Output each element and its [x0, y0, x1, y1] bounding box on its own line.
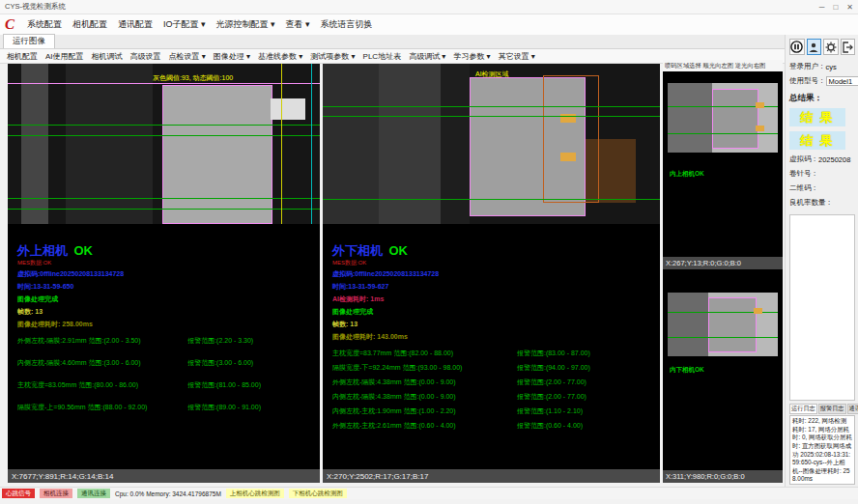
menu-language-switch[interactable]: 系统语言切换: [321, 18, 373, 31]
qr-code-label: 二维码：: [789, 183, 818, 193]
measurement-value: 主枕宽度=83.05mm 范围:(80.00 - 86.00): [17, 380, 187, 390]
minimize-button[interactable]: ─: [819, 3, 825, 12]
log-tabs: 运行日志 报警日志 通讯日志: [789, 404, 855, 414]
battery-cell-region: [162, 85, 272, 224]
alarm-range: 报警范围:(2.00 - 77.00): [517, 392, 586, 402]
close-button[interactable]: ✕: [846, 3, 853, 12]
tab-run-image[interactable]: 运行图像: [3, 34, 55, 48]
measurement-row: 内侧左枕-隔膜:4.60mm 范围:(3.00 - 6.00) 报警范围:(3.…: [17, 358, 316, 368]
frame-count-line: 帧数: 13: [332, 320, 656, 329]
tool-camera-debug[interactable]: 相机调试: [92, 51, 123, 62]
model-row: 使用型号： Model1: [789, 76, 855, 86]
thumbnail-inner-upper[interactable]: 内上相机OK: [663, 71, 783, 257]
tool-advanced-debug[interactable]: 高级调试 ▾: [409, 51, 445, 62]
alarm-range: 报警范围:(81.00 - 85.00): [187, 380, 261, 390]
camera-panel-outer-lower: AI检测区域 外下相机 OK MES数据:OK 虚拟码:0ffline20250…: [323, 64, 660, 483]
overlay-baseline: [8, 83, 320, 84]
battery-cell-region: [712, 89, 758, 149]
menu-system-config[interactable]: 系统配置: [27, 18, 62, 31]
menu-view[interactable]: 查看 ▾: [286, 18, 310, 31]
virtual-code-label: 虚拟码：: [789, 154, 818, 164]
model-select[interactable]: Model1: [826, 76, 858, 86]
gear-icon: [825, 42, 837, 53]
tab-comm-log[interactable]: 通讯日志: [847, 404, 858, 414]
tool-ai-usage-config[interactable]: AI使用配置: [45, 51, 84, 62]
thumbnail-column: 喷码区域选择 顺光向左图 逆光向右图 内上相机OK X:267;Y:13;R:0…: [663, 60, 783, 483]
thumbnail-image: [668, 293, 778, 356]
tool-image-processing[interactable]: 图像处理 ▾: [214, 51, 250, 62]
tool-camera-config[interactable]: 相机配置: [7, 51, 38, 62]
status-bar: 心跳信号 相机连接 通讯连接 Cpu: 0.0% Memory: 3424.41…: [0, 487, 858, 499]
elapsed-line: 图像处理耗时: 258.00ms: [17, 320, 316, 329]
exit-button[interactable]: [841, 39, 856, 55]
menubar: C 系统配置 相机配置 通讯配置 IO子配置 ▾ 光源控制配置 ▾ 查看 ▾ 系…: [0, 14, 858, 35]
measurement-list: 主枕宽度=83.77mm 范围:(82.00 - 88.00) 报警范围:(83…: [332, 349, 656, 431]
measurement-value: 内侧左枕-隔膜:4.38mm 范围:(0.00 - 9.00): [332, 392, 517, 402]
camera-canvas-outer-upper[interactable]: 灰色阈值:93, 动态阈值:100 外上相机 OK MES数据:OK 虚拟码:0…: [8, 64, 320, 469]
battery-cell-region: [708, 297, 757, 352]
reel-number-label: 卷针号：: [789, 169, 818, 179]
pixel-coordinate-bar: X:270;Y:2502;R:17;G:17;B:17: [323, 469, 660, 483]
qr-code-row: 二维码：: [789, 183, 855, 193]
overlay-measure-line: [8, 135, 320, 136]
settings-button[interactable]: [823, 39, 839, 55]
time-line: 时间:13-31-59-650: [17, 282, 316, 292]
tool-plc-address[interactable]: PLC地址表: [363, 51, 402, 62]
threshold-overlay-text: 灰色阈值:93, 动态阈值:100: [153, 73, 233, 83]
measurement-row: 主枕宽度=83.05mm 范围:(80.00 - 86.00) 报警范围:(81…: [17, 380, 316, 390]
pixel-coordinate-bar: X:7677;Y:891;R:14;G:14;B:14: [8, 469, 320, 483]
alarm-range: 报警范围:(83.00 - 87.00): [517, 349, 590, 358]
user-button[interactable]: [807, 39, 822, 55]
measurement-row: 内侧左枕-主枕:1.90mm 范围:(1.00 - 2.20) 报警范围:(1.…: [332, 406, 656, 416]
measurement-value: 外侧左枕-主枕:2.61mm 范围:(0.60 - 4.00): [332, 421, 517, 431]
ai-area-overlay-text: AI检测区域: [475, 70, 509, 79]
measurement-value: 隔膜宽度-下=92.24mm 范围:(93.00 - 98.00): [332, 363, 517, 373]
heartbeat-status-badge: 心跳信号: [2, 489, 35, 498]
tool-learning-params[interactable]: 学习参数 ▾: [453, 51, 490, 62]
menu-io-config[interactable]: IO子配置 ▾: [163, 18, 206, 31]
app-logo-icon: C: [5, 17, 14, 32]
menu-light-config[interactable]: 光源控制配置 ▾: [216, 18, 275, 31]
camera-canvas-outer-lower[interactable]: AI检测区域 外下相机 OK MES数据:OK 虚拟码:0ffline20250…: [323, 64, 660, 469]
tool-test-params[interactable]: 测试项参数 ▾: [310, 51, 355, 62]
measurement-value: 外侧左枕-隔膜:2.91mm 范围:(2.00 - 3.50): [17, 336, 187, 346]
measurement-value: 隔膜宽度-上=90.56mm 范围:(88.00 - 92.00): [17, 403, 187, 412]
tool-other-settings[interactable]: 其它设置 ▾: [499, 51, 535, 62]
tool-baseline-params[interactable]: 基准线参数 ▾: [258, 51, 302, 62]
tool-spot-check[interactable]: 点检设置 ▾: [169, 51, 206, 62]
titlebar: CYS-视觉检测系统 ─ □ ✕: [0, 0, 858, 14]
control-panel: 登录用户： cys 使用型号： Model1 总结果： 结 果 结 果 虚拟码：…: [785, 35, 858, 487]
result-indicator-2: 结 果: [789, 131, 845, 150]
image-band: [668, 83, 712, 153]
menu-camera-config[interactable]: 相机配置: [72, 18, 107, 31]
pause-button[interactable]: [789, 39, 805, 55]
tab-alarm-log[interactable]: 报警日志: [818, 404, 846, 414]
image-band: [323, 64, 379, 224]
image-band: [668, 293, 708, 356]
measurement-value: 主枕宽度=83.77mm 范围:(82.00 - 88.00): [332, 349, 517, 358]
maximize-button[interactable]: □: [833, 3, 838, 12]
mes-status-line: MES数据:OK: [332, 260, 656, 266]
pixel-coordinate-bar: X:267;Y:13;R:0;G:0;B:0: [663, 257, 783, 269]
result-list-box[interactable]: [789, 214, 855, 401]
image-band: [66, 64, 153, 224]
thumbnail-inner-lower[interactable]: 内下相机OK: [663, 269, 783, 470]
overlay-measure-line: [8, 198, 320, 199]
menu-comm-config[interactable]: 通讯配置: [118, 18, 153, 31]
image-band: [379, 64, 441, 224]
log-output[interactable]: 耗时: 222, 网络检测耗时: 17, 网络分层耗时: 0, 网络获取分层耗时…: [789, 415, 855, 485]
alarm-range: 报警范围:(94.00 - 97.00): [517, 363, 590, 373]
yield-count-row: 良机率数量：: [789, 198, 855, 208]
overlay-vertical-cyan: [311, 64, 312, 224]
tool-advanced-settings[interactable]: 高级设置: [130, 51, 161, 62]
cpu-memory-status: Cpu: 0.0% Memory: 3424.41796875M: [115, 490, 221, 497]
region-select-header[interactable]: 喷码区域选择 顺光向左图 逆光向右图: [663, 60, 783, 71]
overlay-vertical-yellow: [281, 64, 282, 224]
overlay-measure-line: [323, 106, 660, 107]
overlay-measure-line: [8, 125, 320, 126]
pause-icon: [790, 41, 803, 53]
virtual-code-line: 虚拟码:0ffline20250208133134728: [17, 269, 316, 279]
tab-run-log[interactable]: 运行日志: [789, 404, 817, 414]
processing-done-line: 图像处理完成: [17, 294, 316, 304]
login-user-label: 登录用户：: [789, 62, 826, 71]
